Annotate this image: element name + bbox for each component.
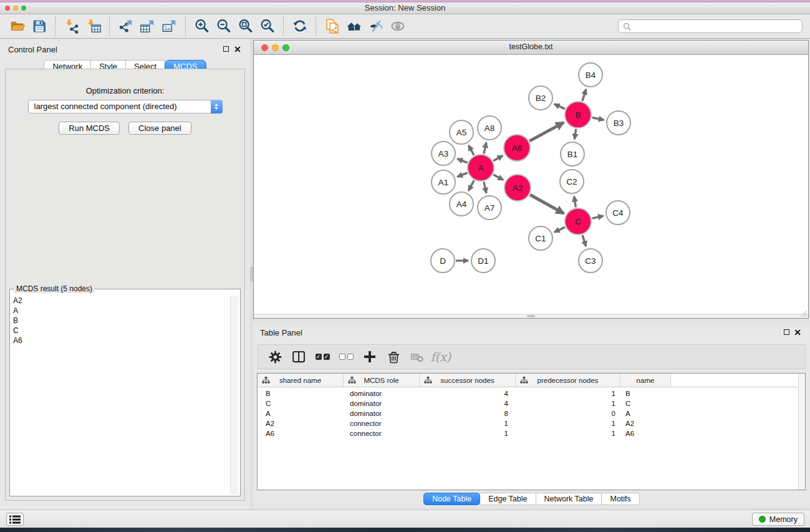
zoom-view-button[interactable] <box>282 44 289 51</box>
tab-edge-table[interactable]: Edge Table <box>480 493 536 505</box>
zoom-fit-button[interactable] <box>234 16 256 36</box>
zoom-window-button[interactable] <box>21 6 26 11</box>
column-header-predecessor-nodes[interactable]: predecessor nodes <box>516 374 620 387</box>
close-view-button[interactable] <box>261 44 268 51</box>
table-cell[interactable]: A <box>258 409 344 418</box>
table-settings-button[interactable] <box>263 346 287 368</box>
new-session-from-network-button[interactable] <box>321 16 343 36</box>
export-image-icon <box>162 18 178 34</box>
table-cell[interactable]: C <box>620 399 671 409</box>
close-panel-button[interactable]: Close panel <box>128 122 191 135</box>
close-panel-icon[interactable]: ✕ <box>794 329 801 336</box>
toolbar-separator <box>185 16 186 36</box>
export-network-button[interactable] <box>115 16 137 36</box>
column-header-shared-name[interactable]: shared name <box>258 374 344 387</box>
table-row[interactable]: Adominator80A <box>258 409 805 418</box>
mcds-result-item[interactable]: A <box>12 306 229 316</box>
mcds-result-item[interactable]: C <box>12 326 229 336</box>
table-cell[interactable]: 1 <box>516 428 620 438</box>
home-button[interactable] <box>343 16 365 36</box>
table-cell[interactable]: connector <box>344 418 420 428</box>
table-cell[interactable]: 1 <box>516 399 620 409</box>
memory-button[interactable]: Memory <box>752 513 804 526</box>
delete-column-button[interactable] <box>382 346 405 368</box>
table-cell[interactable]: A2 <box>620 418 671 428</box>
close-window-button[interactable] <box>5 6 10 11</box>
hide-graphics-details-button[interactable] <box>365 16 387 36</box>
run-mcds-button[interactable]: Run MCDS <box>59 122 120 135</box>
float-panel-icon[interactable] <box>784 329 789 335</box>
save-floppy-icon <box>31 18 47 34</box>
table-cell[interactable]: connector <box>344 428 420 438</box>
shared-column-icon <box>348 377 356 384</box>
result-scrollbar[interactable] <box>230 296 238 494</box>
table-cell[interactable]: B <box>258 389 344 399</box>
horizontal-scrollbar[interactable] <box>254 314 808 318</box>
graph-edge-C-C1 <box>554 227 565 232</box>
column-header-mcds-role[interactable]: MCDS role <box>344 374 420 387</box>
table-cell[interactable]: dominator <box>344 399 420 409</box>
table-cell[interactable]: dominator <box>344 409 420 418</box>
mcds-result-item[interactable]: A6 <box>12 336 229 346</box>
table-cell[interactable]: A6 <box>258 428 344 438</box>
graph-edge-B-B4 <box>582 89 586 101</box>
show-column-button[interactable] <box>287 346 311 368</box>
table-cell[interactable]: 4 <box>420 399 516 409</box>
minimize-view-button[interactable] <box>272 44 279 51</box>
resize-grip-icon[interactable] <box>799 309 808 317</box>
column-header-name[interactable]: name <box>620 374 671 387</box>
mcds-result-item[interactable]: B <box>12 316 229 326</box>
zoom-out-button[interactable] <box>213 16 234 36</box>
graph-edge-A6-B <box>529 122 564 141</box>
task-history-button[interactable] <box>6 513 24 526</box>
tab-motifs[interactable]: Motifs <box>602 493 639 505</box>
float-panel-icon[interactable] <box>223 46 229 52</box>
deselect-all-button[interactable] <box>334 346 358 368</box>
export-image-button[interactable] <box>158 16 180 36</box>
close-panel-icon[interactable]: ✕ <box>234 46 241 53</box>
criterion-dropdown[interactable]: largest connected component (directed) <box>28 100 223 114</box>
import-network-button[interactable] <box>60 16 82 36</box>
table-row[interactable]: A2connector11A2 <box>258 418 805 428</box>
search-input[interactable] <box>634 22 798 31</box>
scrollbar-thumb[interactable] <box>527 315 535 317</box>
table-cell[interactable]: 0 <box>516 409 620 418</box>
table-cell[interactable]: A6 <box>620 428 671 438</box>
table-cell[interactable]: 4 <box>420 389 516 399</box>
table-row[interactable]: A6connector11A6 <box>258 428 805 438</box>
graph-node-label-A3: A3 <box>438 149 449 158</box>
save-session-button[interactable] <box>28 16 50 36</box>
column-header-successor-nodes[interactable]: successor nodes <box>420 374 516 387</box>
table-cell[interactable]: dominator <box>344 389 420 399</box>
export-table-icon <box>140 18 156 34</box>
table-row[interactable]: Bdominator41B <box>258 389 805 399</box>
table-cell[interactable]: C <box>258 399 344 409</box>
table-cell[interactable]: 1 <box>420 418 516 428</box>
graph-node-label-D1: D1 <box>478 256 488 266</box>
table-cell[interactable]: 1 <box>516 389 620 399</box>
minimize-window-button[interactable] <box>13 6 18 11</box>
network-canvas[interactable]: AA1A2A3A4A5A6A7A8BB1B2B3B4CC1C2C3C4DD1 <box>254 55 808 318</box>
select-all-button[interactable]: ✓✓ <box>311 346 334 368</box>
table-header-row: shared nameMCDS rolesuccessor nodesprede… <box>258 374 805 387</box>
refresh-button[interactable] <box>289 16 311 36</box>
table-cell[interactable]: 1 <box>516 418 620 428</box>
tab-network-table[interactable]: Network Table <box>536 493 602 505</box>
zoom-in-button[interactable] <box>191 16 213 36</box>
export-table-button[interactable] <box>137 16 158 36</box>
table-row[interactable]: Cdominator41C <box>258 399 805 409</box>
table-cell[interactable]: B <box>620 389 671 399</box>
table-cell[interactable]: 1 <box>420 428 516 438</box>
table-scrollbar[interactable] <box>798 374 805 490</box>
window-titlebar: Session: New Session <box>0 2 810 14</box>
add-column-button[interactable] <box>358 346 382 368</box>
graph-edge-C-C4 <box>592 216 604 218</box>
zoom-selected-button[interactable] <box>256 16 278 36</box>
table-cell[interactable]: 8 <box>420 409 516 418</box>
table-cell[interactable]: A <box>620 409 671 418</box>
import-table-button[interactable] <box>82 16 104 36</box>
table-cell[interactable]: A2 <box>258 418 344 428</box>
open-file-button[interactable] <box>6 16 28 36</box>
tab-node-table[interactable]: Node Table <box>423 493 480 505</box>
mcds-result-item[interactable]: A2 <box>12 296 229 306</box>
